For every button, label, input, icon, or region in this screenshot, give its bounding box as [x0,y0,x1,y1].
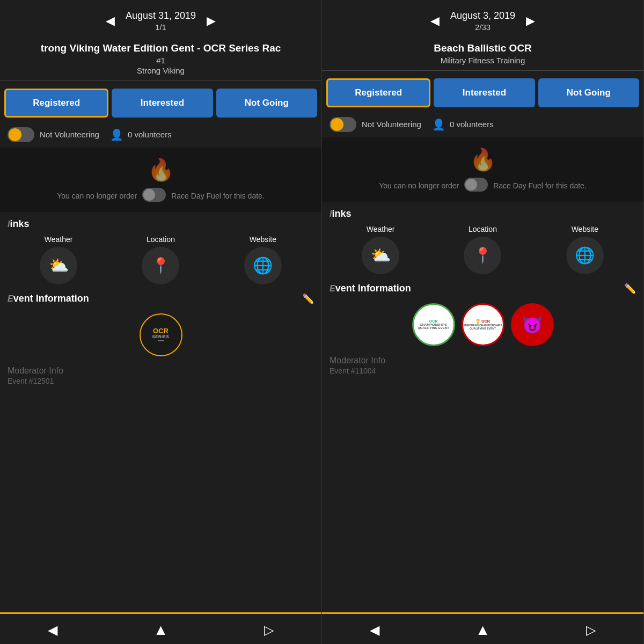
ocr-series-badge-left: OCR SERIES ━━━ [140,313,182,356]
main-title-left: trong Viking Water Edition Gent - OCR Se… [6,42,315,55]
fuel-inner-left: 🔥 You can no longer order Race Day Fuel … [8,157,314,202]
fuel-inner-right: 🔥 You can no longer order Race Day Fuel … [330,147,636,192]
panel-left: ◀ August 31, 2019 1/1 ▶ trong Viking Wat… [0,0,322,644]
divider-2 [322,70,643,71]
date-nav-left: ◀ August 31, 2019 1/1 ▶ [0,0,321,38]
registered-btn-left[interactable]: Registered [4,89,108,118]
next-arrow-left[interactable]: ▶ [207,14,216,28]
forward-nav-right[interactable]: ▷ [586,623,596,638]
website-link-left[interactable]: Website 🌐 [244,235,282,284]
date-info-right: August 3, 2019 2/33 [450,10,515,33]
event-id-right: Event #11004 [330,367,636,375]
toggle-knob-right [331,118,343,131]
links-section-left: links Weather ⛅ Location 📍 Website 🌐 [0,212,321,288]
moderator-title-right: Moderator Info [330,356,636,365]
event-title-right: Beach Ballistic OCR Military Fitness Tra… [322,38,643,67]
forward-nav-left[interactable]: ▷ [264,623,274,638]
volunteer-icon-left: 👤 [110,128,123,141]
fuel-section-right: 🔥 You can no longer order Race Day Fuel … [322,137,643,202]
back-nav-right[interactable]: ◀ [370,623,379,638]
not-going-btn-right[interactable]: Not Going [538,78,639,107]
weather-label-left: Weather [45,235,73,244]
home-nav-left[interactable]: ▲ [153,621,169,639]
home-nav-right[interactable]: ▲ [475,621,491,639]
interested-btn-right[interactable]: Interested [434,78,535,107]
volunteer-toggle-group-left: Not Volunteering [8,127,99,142]
fuel-toggle-left[interactable] [142,188,166,202]
fuel-text-prefix-right: You can no longer order [379,181,459,192]
bottom-nav-right: ◀ ▲ ▷ [322,612,643,644]
event-info-header-right: Event Information ✏️ [330,283,636,295]
edit-icon-left[interactable]: ✏️ [302,293,314,305]
website-label-left: Website [250,235,276,244]
prev-arrow-right[interactable]: ◀ [430,14,440,28]
location-icon-right[interactable]: 📍 [464,237,501,274]
volunteer-row-right: Not Volunteering 👤 0 volunteers [322,112,643,137]
weather-label-right: Weather [367,225,395,233]
sub-title-left: #1 [6,56,315,65]
fuel-text-suffix-left: Race Day Fuel for this date. [171,191,265,202]
flame-icon-right: 🔥 [470,147,496,172]
volunteer-row-left: Not Volunteering 👤 0 volunteers [0,122,321,148]
event-info-title-right: Event Information [330,283,411,294]
flame-icon-left: 🔥 [148,157,174,182]
moderator-section-left: Moderator Info Event #12501 [0,363,321,389]
weather-link-left[interactable]: Weather ⛅ [40,235,77,284]
badges-row-right: OCR CHAMPIONSHIPS QUALIFYING EVENT 🏆 OCR… [330,300,636,349]
date-text-right: August 3, 2019 [450,10,515,22]
weather-icon-left[interactable]: ⛅ [40,247,77,284]
date-text-left: August 31, 2019 [126,10,196,22]
event-title-left: trong Viking Water Edition Gent - OCR Se… [0,38,321,77]
website-label-right: Website [572,225,598,233]
ocr-euro-badge: 🏆 OCR EUROPEAN CHAMPIONSHIPS QUALIFYING … [462,303,504,346]
website-link-right[interactable]: Website 🌐 [566,225,604,274]
org-name-left: Strong Viking [6,66,315,75]
main-title-right: Beach Ballistic OCR [328,42,637,55]
next-arrow-right[interactable]: ▶ [526,14,535,28]
fuel-text-suffix-right: Race Day Fuel for this date. [493,181,587,192]
panel-right: ◀ August 3, 2019 2/33 ▶ Beach Ballistic … [322,0,644,644]
links-section-right: links Weather ⛅ Location 📍 Website 🌐 [322,202,643,277]
badges-row-left: OCR SERIES ━━━ [8,310,314,360]
links-grid-left: Weather ⛅ Location 📍 Website 🌐 [8,235,314,284]
sub-title-right: Military Fitness Training [328,56,637,65]
location-label-right: Location [469,225,497,233]
moderator-section-right: Moderator Info Event #11004 [322,353,643,378]
prev-arrow-left[interactable]: ◀ [106,14,115,28]
volunteer-count-text-left: 0 volunteers [128,130,172,139]
volunteer-toggle-right[interactable] [330,117,356,132]
fuel-toggle-right[interactable] [464,178,488,192]
interested-btn-left[interactable]: Interested [112,89,213,118]
event-id-left: Event #12501 [8,377,314,385]
weather-icon-right[interactable]: ⛅ [362,237,399,274]
fuel-section-left: 🔥 You can no longer order Race Day Fuel … [0,148,321,212]
event-info-section-right: Event Information ✏️ OCR CHAMPIONSHIPS Q… [322,277,643,353]
date-nav-right: ◀ August 3, 2019 2/33 ▶ [322,0,643,38]
volunteer-label-left: Not Volunteering [40,130,99,139]
event-info-section-left: Event Information ✏️ OCR SERIES ━━━ [0,288,321,363]
links-grid-right: Weather ⛅ Location 📍 Website 🌐 [330,225,636,274]
volunteer-count-left: 👤 0 volunteers [110,128,172,141]
page-num-left: 1/1 [126,22,196,33]
website-icon-right[interactable]: 🌐 [566,237,604,274]
location-link-right[interactable]: Location 📍 [464,225,501,274]
weather-link-right[interactable]: Weather ⛅ [362,225,399,274]
volunteer-count-right: 👤 0 volunteers [432,118,494,131]
fuel-row-right: You can no longer order Race Day Fuel fo… [379,178,586,192]
edit-icon-right[interactable]: ✏️ [624,283,636,295]
page-num-right: 2/33 [450,22,515,33]
fuel-row-left: You can no longer order Race Day Fuel fo… [57,188,264,202]
volunteer-count-text-right: 0 volunteers [450,120,494,129]
fuel-toggle-knob-right [465,179,477,191]
location-link-left[interactable]: Location 📍 [142,235,179,284]
fuel-toggle-knob-left [143,189,155,201]
registered-btn-right[interactable]: Registered [326,78,430,107]
not-going-btn-left[interactable]: Not Going [216,89,317,118]
location-icon-left[interactable]: 📍 [142,247,179,284]
website-icon-left[interactable]: 🌐 [244,247,282,284]
event-info-title-left: Event Information [8,293,89,304]
back-nav-left[interactable]: ◀ [48,623,57,638]
toggle-knob-left [9,128,21,141]
volunteer-toggle-left[interactable] [8,127,34,142]
moderator-title-left: Moderator Info [8,366,314,376]
